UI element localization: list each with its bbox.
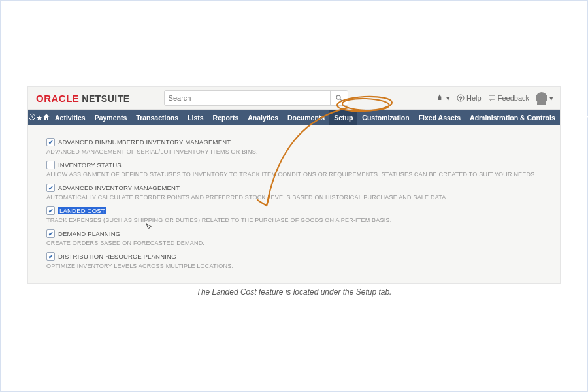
nav-item-setup[interactable]: Setup	[329, 110, 357, 125]
nav-item-fixed-assets[interactable]: Fixed Assets	[414, 110, 465, 125]
user-menu[interactable]: ▾	[536, 92, 553, 104]
top-icons: ▾ ? Help Feedback ▾	[435, 92, 560, 104]
feature-label: ADVANCED BIN/NUMBERED INVENTORY MANAGEME…	[58, 139, 231, 146]
nav-item-payments[interactable]: Payments	[90, 110, 132, 125]
feature-label: DEMAND PLANNING	[58, 230, 120, 237]
checkbox[interactable]	[46, 229, 55, 238]
checkbox[interactable]	[46, 206, 55, 215]
feature-label: INVENTORY STATUS	[58, 161, 122, 169]
notifications-icon[interactable]: ▾	[435, 93, 450, 103]
avatar-icon	[536, 92, 547, 104]
feature-options-panel: ADVANCED BIN/NUMBERED INVENTORY MANAGEME…	[28, 125, 560, 283]
search-input[interactable]	[165, 94, 330, 102]
checkbox[interactable]	[46, 138, 55, 146]
logo-oracle: ORACLE	[36, 93, 79, 104]
svg-text:?: ?	[459, 96, 462, 101]
checkbox[interactable]	[46, 184, 55, 192]
feature-option: DISTRIBUTION RESOURCE PLANNING	[46, 252, 546, 261]
nav-item-support[interactable]: Support	[560, 110, 588, 125]
nav-item-activities[interactable]: Activities	[50, 110, 90, 125]
logo: ORACLE NETSUITE	[28, 93, 138, 104]
star-icon[interactable]: ★	[36, 114, 42, 122]
feature-description: TRACK EXPENSES (SUCH AS SHIPPING OR DUTI…	[46, 217, 546, 223]
history-icon[interactable]	[28, 113, 36, 122]
checkbox[interactable]	[46, 161, 55, 169]
feature-label: DISTRIBUTION RESOURCE PLANNING	[58, 253, 176, 260]
nav-item-administration-controls[interactable]: Administration & Controls	[465, 110, 560, 125]
feature-description: ADVANCED MANAGEMENT OF SERIAL/LOT INVENT…	[46, 148, 546, 155]
logo-netsuite: NETSUITE	[82, 93, 129, 104]
svg-rect-4	[489, 95, 495, 99]
nav-item-transactions[interactable]: Transactions	[131, 110, 183, 125]
feature-label: ADVANCED INVENTORY MANAGEMENT	[58, 184, 180, 191]
nav-item-analytics[interactable]: Analytics	[243, 110, 283, 125]
search-box[interactable]	[164, 90, 348, 106]
help-link[interactable]: ? Help	[457, 94, 482, 102]
search-icon[interactable]	[330, 91, 348, 105]
feature-option: ADVANCED INVENTORY MANAGEMENT	[46, 184, 546, 192]
feature-label: LANDED COST	[58, 207, 106, 214]
feature-option: INVENTORY STATUS	[46, 161, 546, 169]
svg-point-0	[336, 95, 340, 99]
app-window: ORACLE NETSUITE ▾ ? Help	[27, 86, 561, 284]
feature-description: AUTOMATICALLY CALCULATE REORDER POINTS A…	[46, 194, 546, 201]
home-icon[interactable]	[42, 113, 50, 122]
nav-item-customization[interactable]: Customization	[357, 110, 414, 125]
top-bar: ORACLE NETSUITE ▾ ? Help	[28, 87, 560, 110]
feature-description: ALLOW ASSIGNMENT OF DEFINED STATUSES TO …	[46, 171, 546, 178]
checkbox[interactable]	[46, 252, 55, 261]
feature-option: ADVANCED BIN/NUMBERED INVENTORY MANAGEME…	[46, 138, 546, 146]
nav-bar: ★ ActivitiesPaymentsTransactionsListsRep…	[28, 110, 560, 125]
nav-item-reports[interactable]: Reports	[208, 110, 244, 125]
svg-line-1	[340, 99, 342, 101]
nav-item-documents[interactable]: Documents	[283, 110, 329, 125]
feature-description: CREATE ORDERS BASED ON FORECASTED DEMAND…	[46, 240, 546, 246]
feature-description: OPTIMIZE INVENTORY LEVELS ACROSS MULTIPL…	[46, 263, 546, 269]
feedback-link[interactable]: Feedback	[488, 94, 529, 102]
caption: The Landed Cost feature is located under…	[27, 287, 561, 297]
feature-option: DEMAND PLANNING	[46, 229, 546, 238]
nav-item-lists[interactable]: Lists	[183, 110, 208, 125]
feature-option: LANDED COST	[46, 206, 546, 215]
